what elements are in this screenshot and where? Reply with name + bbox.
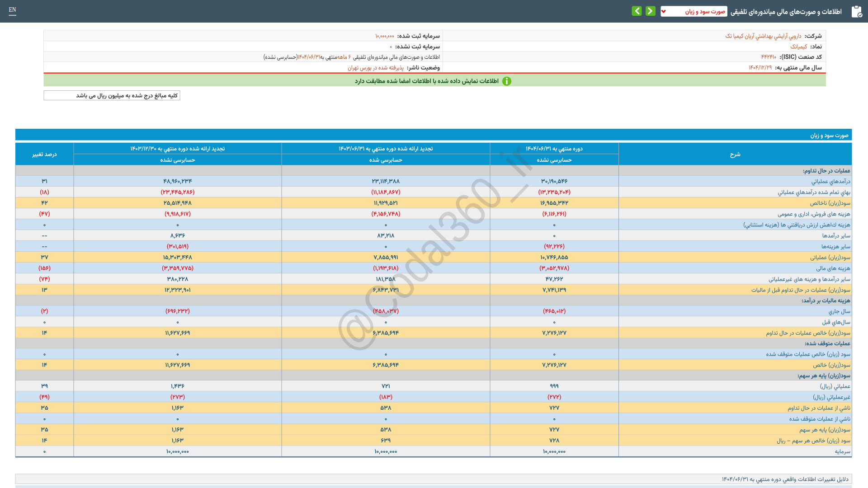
svg-text:EN: EN [9,5,16,13]
